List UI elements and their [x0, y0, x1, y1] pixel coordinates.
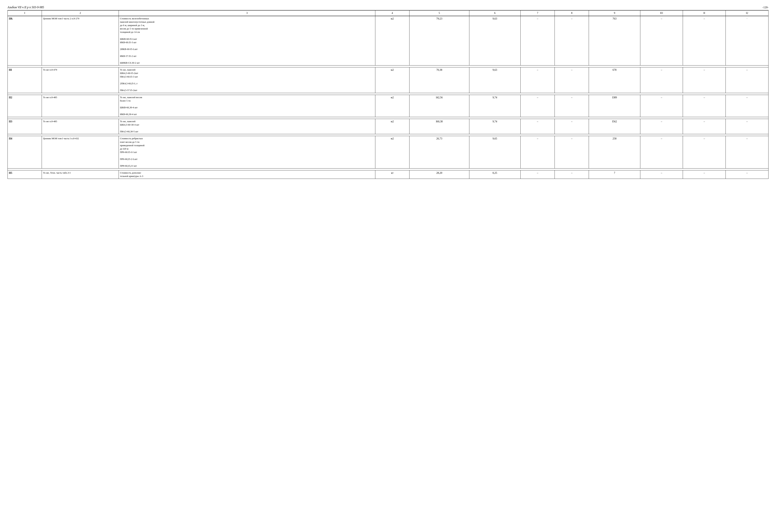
row-col12: – — [726, 67, 769, 93]
row-unit: м2 — [375, 67, 409, 93]
row-col12: – — [726, 136, 769, 169]
row-col8: – — [555, 95, 589, 117]
row-col7: – — [521, 170, 555, 179]
row-id: II0. — [8, 16, 42, 65]
col-header-1: I — [8, 10, 42, 16]
row-col7: – — [521, 67, 555, 93]
row-col9: I389 — [589, 95, 640, 117]
row-col6: 0,25 — [469, 170, 521, 179]
col-header-11: II — [683, 10, 726, 16]
row-col11: – — [683, 119, 726, 134]
album-title: Альбом VII ч II р п 503-9-985 — [7, 6, 44, 9]
row-col5: 79;23 — [409, 16, 469, 65]
spacer-row — [8, 134, 769, 136]
row-unit: м2 — [375, 136, 409, 169]
row-description: Стоимость железобетонныхпанелей многопус… — [119, 16, 375, 65]
row-unit: кт — [375, 170, 409, 179]
row-col7: – — [521, 16, 555, 65]
row-source: То же п.8-485 — [42, 95, 119, 117]
row-description: То же, панелейШК4,5-60-30-4 штПК4,5-60,3… — [119, 119, 375, 134]
row-col10: – — [640, 16, 683, 65]
row-col9: 7 — [589, 170, 640, 179]
row-col12: – — [726, 95, 769, 117]
col-header-7: 7 — [521, 10, 555, 16]
table-row: II4 Ценник МОИ том I часть I п.8-432 Сто… — [8, 136, 769, 169]
col-header-5: 5 — [409, 10, 469, 16]
col-header-12: I2 — [726, 10, 769, 16]
row-id: II5 — [8, 170, 42, 179]
row-col6: 9,65 — [469, 136, 521, 169]
row-source: Ценник МОИ том I часть I п.8-432 — [42, 136, 119, 169]
col-header-8: 8 — [555, 10, 589, 16]
row-col11: – — [683, 16, 726, 65]
row-col11: – — [683, 136, 726, 169]
row-col6: 9,63 — [469, 67, 521, 93]
row-unit: м2 — [375, 119, 409, 134]
row-description: Стоимость ребристыхплит весом до 5 тнпри… — [119, 136, 375, 169]
row-col9: I562 — [589, 119, 640, 134]
table-row: II0. Ценник МОИ том I часть 2 п.8-279 Ст… — [8, 16, 769, 65]
table-row: II3 То же п.8-485 То же, панелейШК4,5-60… — [8, 119, 769, 134]
row-col9: 763 — [589, 16, 640, 65]
row-col9: 258 — [589, 136, 640, 169]
row-col12: · — [726, 16, 769, 65]
row-id: II2 — [8, 95, 42, 117]
spacer-row — [8, 117, 769, 119]
col-header-6: 6 — [469, 10, 521, 16]
row-col6: 9,74 — [469, 95, 521, 117]
row-col5: 26,73 — [409, 136, 469, 169]
row-source: То же, Техн. часть табл.3-I — [42, 170, 119, 179]
col-header-3: 3 — [119, 10, 375, 16]
row-source: То же п.8-485 — [42, 119, 119, 134]
row-description: То же, панелей весомболее 5 тнШКВ-60,30-… — [119, 95, 375, 117]
row-col6: 9,63 — [469, 16, 521, 65]
row-col7: – — [521, 95, 555, 117]
spacer-row — [8, 93, 769, 95]
row-col5: I42,56 — [409, 95, 469, 117]
row-description: Стоимость дополни-тельной арматуры А-3 — [119, 170, 375, 179]
table-row: III То же п.8-479 То же, панелейШК4,5-60… — [8, 67, 769, 93]
row-id: II3 — [8, 119, 42, 134]
row-col10: – — [640, 136, 683, 169]
row-col10: – — [640, 170, 683, 179]
row-col12: – — [726, 119, 769, 134]
col-header-4: 4 — [375, 10, 409, 16]
page-number: -120- — [763, 6, 769, 9]
row-col5: I60,38 — [409, 119, 469, 134]
table-row: II2 То же п.8-485 То же, панелей весомбо… — [8, 95, 769, 117]
row-unit: м2 — [375, 95, 409, 117]
row-col6: 9,74 — [469, 119, 521, 134]
row-col12: – — [726, 170, 769, 179]
table-header: I 2 3 4 5 6 7 8 9 IO II I2 — [8, 10, 769, 16]
row-col8: – — [555, 136, 589, 169]
row-col8: – — [555, 67, 589, 93]
row-col10: – — [640, 119, 683, 134]
row-id: II4 — [8, 136, 42, 169]
row-col11: – — [683, 95, 726, 117]
row-col7: – — [521, 136, 555, 169]
row-source: Ценник МОИ том I часть 2 п.8-279 — [42, 16, 119, 65]
row-col8: – — [555, 119, 589, 134]
spacer-row — [8, 169, 769, 170]
row-col8: – — [555, 170, 589, 179]
row-col8: – — [555, 16, 589, 65]
spacer-row — [8, 65, 769, 67]
col-header-9: 9 — [589, 10, 640, 16]
row-col9: 678 — [589, 67, 640, 93]
row-col5: 28,20 — [409, 170, 469, 179]
row-col11: – — [683, 67, 726, 93]
row-id: III — [8, 67, 42, 93]
row-source: То же п.8-479 — [42, 67, 119, 93]
col-header-10: IO — [640, 10, 683, 16]
row-col10: – — [640, 67, 683, 93]
col-header-2: 2 — [42, 10, 119, 16]
row-col5: 70,38 — [409, 67, 469, 93]
table-row: II5 То же, Техн. часть табл.3-I Стоимост… — [8, 170, 769, 179]
row-col11: – — [683, 170, 726, 179]
row-col10: – — [640, 95, 683, 117]
main-table: I 2 3 4 5 6 7 8 9 IO II I2 II0. Ценник М… — [7, 10, 769, 179]
row-col7: – — [521, 119, 555, 134]
row-unit: м2 — [375, 16, 409, 65]
row-description: То же, панелейШК4,5-60-I5-2штПК4,5-60.I5… — [119, 67, 375, 93]
